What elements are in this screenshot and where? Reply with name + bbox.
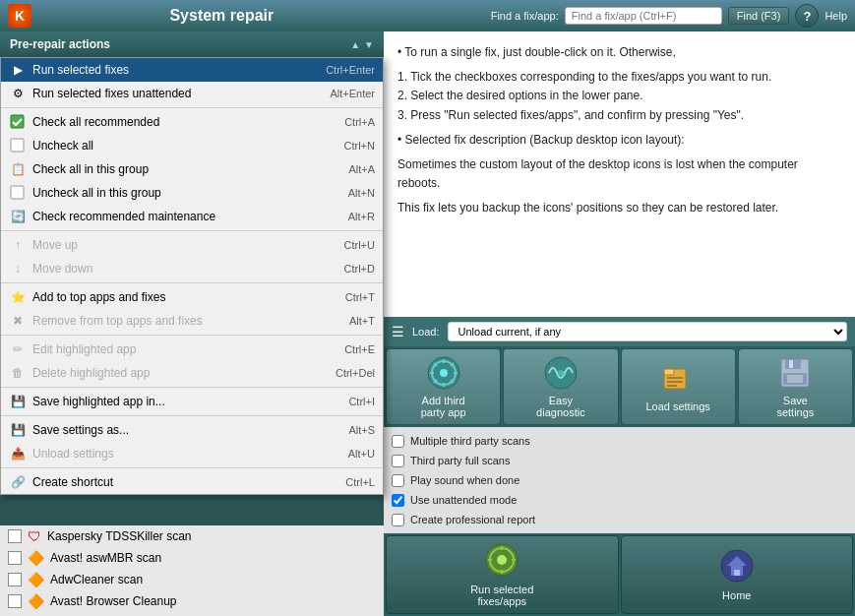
separator-5 [1, 387, 383, 388]
hamburger-icon[interactable]: ☰ [392, 324, 404, 339]
add-top-icon: ⭐ [9, 288, 27, 306]
svg-rect-19 [667, 381, 683, 383]
run-fixes-apps-button[interactable]: Run selectedfixes/apps [386, 535, 619, 614]
menu-item-run-unattended[interactable]: ⚙ Run selected fixes unattended Alt+Ente… [1, 82, 383, 105]
menu-label-check-group: Check all in this group [32, 162, 149, 176]
arrow-up[interactable]: ▲ [350, 39, 360, 50]
menu-item-check-group[interactable]: 📋 Check all in this group Alt+A [1, 157, 383, 181]
home-label: Home [722, 589, 751, 601]
list-area: 🛡 Kaspersky TDSSKiller scan 🔶 Avast! asw… [0, 525, 384, 616]
checkbox-row-unattended: Use unattended mode [392, 490, 847, 510]
easy-diagnostic-icon [543, 355, 579, 391]
save-settings-button[interactable]: Savesettings [738, 348, 853, 425]
run-fixes-apps-label: Run selectedfixes/apps [470, 584, 533, 607]
svg-rect-25 [787, 375, 803, 383]
find-button[interactable]: Find (F3) [728, 7, 790, 25]
menu-label-uncheck-all: Uncheck all [32, 139, 93, 153]
pre-repair-header: Pre-repair actions ▲ ▼ [0, 31, 384, 57]
separator-4 [1, 335, 383, 336]
pre-repair-label: Pre-repair actions [10, 37, 110, 51]
full-scans-checkbox[interactable] [392, 455, 404, 467]
play-sound-label: Play sound when done [410, 474, 519, 486]
play-sound-checkbox[interactable] [392, 474, 404, 487]
shortcut-save-settings: Alt+S [348, 424, 375, 436]
separator-3 [1, 282, 383, 283]
left-panel: Pre-repair actions ▲ ▼ ▶ Run selected fi… [0, 31, 384, 616]
menu-item-move-up: ↑ Move up Ctrl+U [1, 233, 383, 257]
save-settings-label-btn: Savesettings [776, 395, 814, 418]
add-third-party-button[interactable]: Add thirdparty app [386, 348, 501, 425]
shortcut-save-app: Ctrl+I [348, 396, 375, 407]
menu-label-move-down: Move down [32, 262, 92, 276]
run-icon: ▶ [9, 61, 27, 79]
list-item-avast-mbr[interactable]: 🔶 Avast! aswMBR scan [0, 547, 384, 569]
menu-label-unload-settings: Unload settings [32, 447, 114, 461]
context-menu: ▶ Run selected fixes Ctrl+Enter ⚙ Run se… [0, 57, 384, 495]
shortcut-run-selected: Ctrl+Enter [326, 64, 375, 76]
menu-item-check-maintenance[interactable]: 🔄 Check recommended maintenance Alt+R [1, 205, 383, 228]
shortcut-check-recommended: Ctrl+A [344, 116, 375, 128]
menu-item-create-shortcut[interactable]: 🔗 Create shortcut Ctrl+L [1, 470, 383, 494]
menu-item-save-app[interactable]: 💾 Save highlighted app in... Ctrl+I [1, 390, 383, 413]
menu-label-check-maintenance: Check recommended maintenance [32, 210, 215, 223]
uncheck-group-icon [9, 184, 27, 202]
unattended-mode-checkbox[interactable] [392, 494, 404, 507]
avast-browser-checkbox[interactable] [8, 594, 22, 608]
header-arrows: ▲ ▼ [350, 39, 374, 50]
shortcut-delete-app: Ctrl+Del [336, 367, 375, 379]
list-item-kaspersky[interactable]: 🛡 Kaspersky TDSSKiller scan [0, 525, 384, 547]
shortcut-check-group: Alt+A [348, 163, 375, 175]
menu-item-uncheck-all[interactable]: Uncheck all Ctrl+N [1, 134, 383, 157]
home-icon [719, 548, 755, 585]
menu-item-uncheck-group[interactable]: Uncheck all in this group Alt+N [1, 181, 383, 205]
remove-top-icon: ✖ [9, 312, 27, 330]
kaspersky-checkbox[interactable] [8, 529, 22, 543]
menu-label-run-selected: Run selected fixes [32, 63, 129, 77]
avast-mbr-icon: 🔶 [28, 550, 44, 566]
kaspersky-label: Kaspersky TDSSKiller scan [47, 529, 192, 543]
list-item-adwcleaner[interactable]: 🔶 AdwCleaner scan [0, 569, 384, 590]
move-up-icon: ↑ [9, 236, 27, 254]
run-fixes-apps-icon [484, 542, 519, 580]
menu-item-check-recommended[interactable]: Check all recommended Ctrl+A [1, 110, 383, 134]
easy-diagnostic-button[interactable]: Easydiagnostic [503, 348, 618, 425]
arrow-down[interactable]: ▼ [364, 39, 374, 50]
list-item-avast-browser[interactable]: 🔶 Avast! Browser Cleanup [0, 590, 384, 612]
help-button[interactable]: ? [795, 4, 819, 28]
svg-rect-23 [789, 360, 793, 368]
info-area: • To run a single fix, just double-click… [384, 31, 855, 317]
uncheck-all-icon [9, 137, 27, 154]
app-buttons-grid: Add thirdparty app Easydiagnostic [384, 346, 855, 427]
separator-6 [1, 415, 383, 416]
check-group-icon: 📋 [9, 160, 27, 178]
check-maintenance-icon: 🔄 [9, 208, 27, 225]
find-input[interactable] [565, 7, 722, 25]
professional-report-checkbox[interactable] [392, 514, 404, 526]
save-app-icon: 💾 [9, 393, 27, 410]
menu-item-add-top[interactable]: ⭐ Add to top apps and fixes Ctrl+T [1, 285, 383, 309]
run-unattended-icon: ⚙ [9, 85, 27, 102]
professional-report-label: Create professional report [410, 514, 535, 525]
menu-label-uncheck-group: Uncheck all in this group [32, 186, 161, 200]
info-line-1: • To run a single fix, just double-click… [397, 43, 841, 62]
delete-app-icon: 🗑 [9, 364, 27, 382]
menu-item-save-settings[interactable]: 💾 Save settings as... Alt+S [1, 418, 383, 442]
load-select[interactable]: Unload current, if any Keep current sett… [448, 322, 847, 341]
avast-browser-label: Avast! Browser Cleanup [50, 594, 177, 608]
load-settings-button[interactable]: Load settings [621, 348, 736, 425]
menu-label-check-recommended: Check all recommended [32, 115, 159, 129]
find-label: Find a fix/app: [491, 10, 559, 22]
add-third-party-label: Add thirdparty app [421, 395, 466, 418]
multiple-scans-checkbox[interactable] [392, 435, 404, 448]
menu-item-run-selected[interactable]: ▶ Run selected fixes Ctrl+Enter [1, 58, 383, 82]
avast-mbr-checkbox[interactable] [8, 551, 22, 565]
bottom-buttons-row: Run selectedfixes/apps Home [384, 533, 855, 616]
app-logo: K [8, 4, 31, 28]
unattended-mode-label: Use unattended mode [410, 494, 517, 506]
load-settings-icon [660, 361, 696, 397]
home-button[interactable]: Home [621, 535, 854, 614]
load-label: Load: [412, 326, 440, 338]
adwcleaner-checkbox[interactable] [8, 573, 22, 586]
checkbox-row-play-sound: Play sound when done [392, 470, 847, 490]
title-bar: K System repair Find a fix/app: Find (F3… [0, 0, 855, 31]
